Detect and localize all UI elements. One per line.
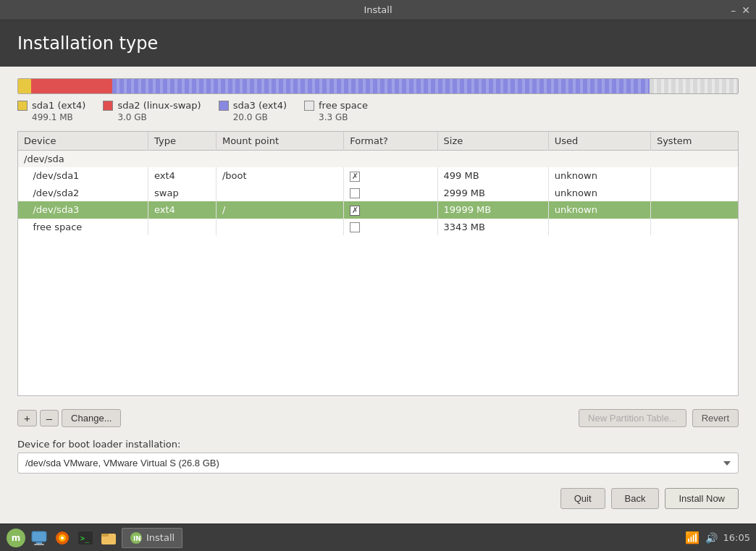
taskbar-right: 📶 🔊 16:05 bbox=[685, 531, 750, 544]
legend-name-sda2: sda2 (linux-swap) bbox=[117, 100, 201, 111]
col-mount: Mount point bbox=[216, 132, 343, 151]
svg-rect-0 bbox=[32, 531, 46, 542]
cell-system bbox=[650, 201, 738, 219]
format-checkbox[interactable] bbox=[350, 222, 360, 232]
col-format: Format? bbox=[344, 132, 437, 151]
legend-name-free: free space bbox=[319, 100, 368, 111]
table-header-row: Device Type Mount point Format? Size Use… bbox=[18, 132, 738, 151]
svg-text:>_: >_ bbox=[80, 534, 90, 543]
legend-color-sda2 bbox=[103, 101, 113, 111]
partition-seg-free bbox=[650, 79, 738, 93]
change-partition-button[interactable]: Change... bbox=[62, 409, 121, 427]
table-row[interactable]: free space 3343 MB bbox=[18, 219, 738, 236]
titlebar: Install – ✕ bbox=[0, 0, 756, 20]
bootloader-section: Device for boot loader installation: /de… bbox=[17, 439, 739, 474]
cell-system bbox=[650, 167, 738, 185]
col-used: Used bbox=[548, 132, 650, 151]
svg-rect-2 bbox=[34, 544, 44, 545]
cell-system bbox=[650, 219, 738, 236]
mint-logo-icon[interactable]: m bbox=[6, 528, 26, 548]
cell-size: 2999 MB bbox=[437, 185, 548, 202]
cell-system bbox=[650, 185, 738, 202]
legend-size-sda3: 20.0 GB bbox=[219, 112, 287, 122]
page-title: Installation type bbox=[17, 33, 739, 54]
format-checkbox[interactable] bbox=[350, 188, 360, 198]
table-row[interactable]: /dev/sda1 ext4 /boot 499 MB unknown bbox=[18, 167, 738, 185]
partition-toolbar: + – Change... New Partition Table... Rev… bbox=[17, 405, 739, 430]
col-size: Size bbox=[437, 132, 548, 151]
svg-rect-9 bbox=[101, 534, 109, 537]
remove-partition-button[interactable]: – bbox=[40, 410, 59, 426]
terminal-icon[interactable]: >_ bbox=[75, 528, 96, 548]
quit-button[interactable]: Quit bbox=[560, 488, 605, 509]
minimize-button[interactable]: – bbox=[731, 4, 736, 16]
back-button[interactable]: Back bbox=[611, 488, 660, 509]
table-group-header: /dev/sda bbox=[18, 151, 738, 168]
legend-name-sda1: sda1 (ext4) bbox=[32, 100, 85, 111]
add-partition-button[interactable]: + bbox=[17, 410, 37, 426]
legend-name-sda3: sda3 (ext4) bbox=[233, 100, 287, 111]
format-checkbox[interactable] bbox=[350, 206, 360, 216]
legend-color-free bbox=[304, 101, 314, 111]
firefox-icon[interactable] bbox=[52, 528, 72, 548]
col-type: Type bbox=[148, 132, 217, 151]
partition-seg-sda1 bbox=[18, 79, 31, 93]
legend-sda1: sda1 (ext4) 499.1 MB bbox=[17, 100, 85, 122]
cell-size: 3343 MB bbox=[437, 219, 548, 236]
cell-device: /dev/sda2 bbox=[18, 185, 148, 202]
window-title: Install bbox=[364, 4, 392, 15]
cell-format bbox=[344, 185, 437, 202]
col-system: System bbox=[650, 132, 738, 151]
cell-device: free space bbox=[18, 219, 148, 236]
partition-bar bbox=[17, 78, 739, 94]
revert-button[interactable]: Revert bbox=[692, 409, 739, 427]
main-window: Installation type sda1 (ext4) 499.1 MB bbox=[0, 20, 756, 523]
desktop-icon[interactable] bbox=[29, 528, 49, 548]
taskbar-app-label: Install bbox=[146, 532, 175, 543]
cell-type: ext4 bbox=[148, 167, 217, 185]
bottom-buttons: Quit Back Install Now bbox=[17, 482, 739, 512]
cell-size: 499 MB bbox=[437, 167, 548, 185]
partition-seg-sda2 bbox=[31, 79, 112, 93]
partition-table-wrapper: Device Type Mount point Format? Size Use… bbox=[17, 131, 739, 396]
install-now-button[interactable]: Install Now bbox=[665, 488, 739, 509]
table-row[interactable]: /dev/sda2 swap 2999 MB unknown bbox=[18, 185, 738, 202]
content-area: sda1 (ext4) 499.1 MB sda2 (linux-swap) 3… bbox=[0, 67, 756, 523]
cell-mount: /boot bbox=[216, 167, 343, 185]
close-button[interactable]: ✕ bbox=[742, 4, 750, 16]
filemanager-icon[interactable] bbox=[98, 528, 119, 548]
cell-format bbox=[344, 167, 437, 185]
partition-bar-container: sda1 (ext4) 499.1 MB sda2 (linux-swap) 3… bbox=[17, 78, 739, 122]
bootloader-select[interactable]: /dev/sda VMware, VMware Virtual S (26.8 … bbox=[17, 453, 739, 474]
partition-legend: sda1 (ext4) 499.1 MB sda2 (linux-swap) 3… bbox=[17, 100, 739, 122]
cell-device: /dev/sda3 bbox=[18, 201, 148, 219]
legend-free: free space 3.3 GB bbox=[304, 100, 368, 122]
cell-used: unknown bbox=[548, 201, 650, 219]
legend-color-sda3 bbox=[219, 101, 229, 111]
window-controls: – ✕ bbox=[731, 4, 750, 16]
cell-type bbox=[148, 219, 217, 236]
legend-sda2: sda2 (linux-swap) 3.0 GB bbox=[103, 100, 201, 122]
svg-point-5 bbox=[61, 537, 64, 539]
volume-icon: 🔊 bbox=[705, 532, 718, 544]
clock: 16:05 bbox=[723, 532, 750, 543]
cell-used: unknown bbox=[548, 167, 650, 185]
new-partition-table-button[interactable]: New Partition Table... bbox=[579, 409, 686, 427]
partition-table: Device Type Mount point Format? Size Use… bbox=[18, 132, 738, 235]
legend-size-sda2: 3.0 GB bbox=[103, 112, 201, 122]
taskbar-install-app[interactable]: IN Install bbox=[122, 528, 182, 548]
cell-type: swap bbox=[148, 185, 217, 202]
svg-text:IN: IN bbox=[133, 535, 141, 542]
cell-mount bbox=[216, 185, 343, 202]
cell-mount bbox=[216, 219, 343, 236]
taskbar: m >_ IN Install 📶 🔊 16:05 bbox=[0, 523, 756, 551]
cell-size: 19999 MB bbox=[437, 201, 548, 219]
toolbar-right: New Partition Table... Revert bbox=[579, 409, 739, 427]
header: Installation type bbox=[0, 20, 756, 67]
legend-size-sda1: 499.1 MB bbox=[17, 112, 85, 122]
format-checkbox[interactable] bbox=[350, 172, 360, 182]
cell-used bbox=[548, 219, 650, 236]
cell-format bbox=[344, 219, 437, 236]
partition-seg-sda3 bbox=[112, 79, 650, 93]
table-row-selected[interactable]: /dev/sda3 ext4 / 19999 MB unknown bbox=[18, 201, 738, 219]
